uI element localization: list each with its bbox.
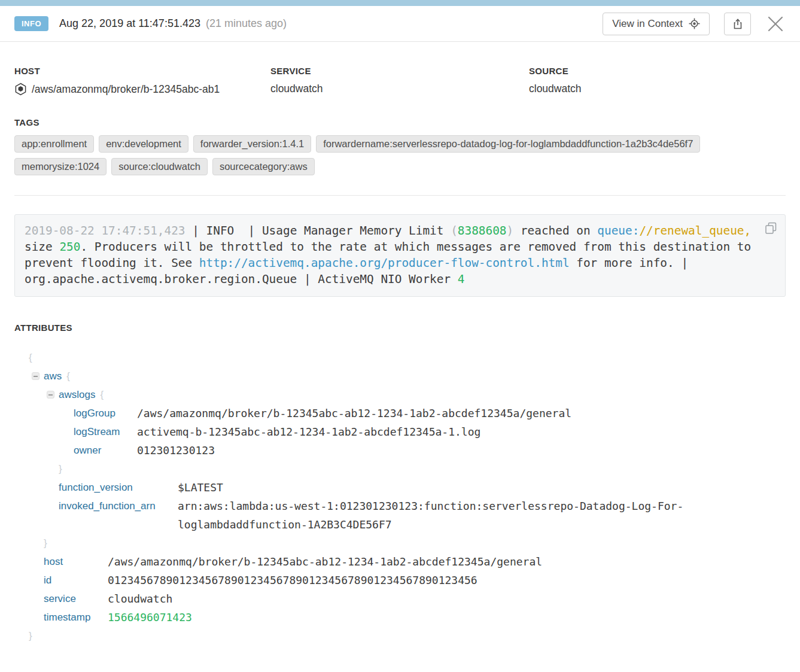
close-icon [766,15,784,33]
attribute-row: awslogs{ [14,385,786,404]
attribute-key[interactable]: owner [74,441,137,460]
service-section: SERVICE cloudwatch [270,66,529,96]
header-actions: View in Context [603,13,786,35]
tag-pill[interactable]: sourcecategory:aws [212,158,315,175]
attribute-row: { [14,348,786,367]
event-timestamp: Aug 22, 2019 at 11:47:51.423 [59,17,200,30]
tag-pill[interactable]: app:enrollment [14,135,94,153]
json-brace: } [59,460,62,478]
attributes-label: ATTRIBUTES [14,323,786,333]
attribute-key[interactable]: timestamp [44,608,108,627]
source-section: SOURCE cloudwatch [529,66,786,96]
attribute-row: } [14,534,786,552]
message-segment: 4 [458,272,465,286]
log-detail-body: HOST /aws/amazonmq/broker/b-12345abc-ab1… [0,66,800,645]
tags-section: TAGS app:enrollmentenv:developmentforwar… [14,117,786,175]
attribute-key[interactable]: invoked_function_arn [59,497,178,515]
json-brace: { [100,385,104,404]
relative-time: (21 minutes ago) [206,17,287,30]
copy-icon [764,221,778,235]
json-brace: } [29,627,32,645]
message-segment: ( [451,224,458,238]
top-accent-bar [0,0,800,6]
attributes-section: ATTRIBUTES {aws{awslogs{logGroup/aws/ama… [14,323,786,645]
attribute-value: 0123456789012345678901234567890123456789… [108,571,477,589]
attribute-row: } [14,627,786,645]
attribute-key[interactable]: logStream [74,422,137,441]
attribute-row: } [14,460,786,478]
attribute-key[interactable]: awslogs [59,385,95,404]
share-button[interactable] [724,13,751,35]
service-value: cloudwatch [270,83,323,95]
tag-pill[interactable]: forwarder_version:1.4.1 [193,135,311,153]
tags-list: app:enrollmentenv:developmentforwarder_v… [14,135,756,175]
attribute-row: id01234567890123456789012345678901234567… [14,571,786,589]
attribute-row: timestamp1566496071423 [14,608,786,627]
message-segment: 2019-08-22 17:47:51,423 [25,224,185,238]
tag-pill[interactable]: source:cloudwatch [111,158,208,175]
log-detail-header: INFO Aug 22, 2019 at 11:47:51.423 (21 mi… [0,6,800,42]
message-segment: 250 [59,240,80,254]
attribute-value: 1566496071423 [108,608,192,627]
message-segment: http://activemq.apache.org/producer-flow… [199,256,570,270]
section-divider [14,195,786,196]
message-segment: //renewal_queue, [639,224,751,238]
meta-row: HOST /aws/amazonmq/broker/b-12345abc-ab1… [14,66,786,96]
attribute-key[interactable]: host [44,552,108,571]
copy-button[interactable] [764,221,778,235]
host-section: HOST /aws/amazonmq/broker/b-12345abc-ab1 [14,66,270,96]
source-label: SOURCE [529,66,786,76]
message-segment: queue: [597,224,639,238]
tag-pill[interactable]: forwardername:serverlessrepo-datadog-log… [316,135,700,153]
source-value: cloudwatch [529,83,582,95]
status-badge: INFO [14,16,48,31]
attribute-row: logGroup/aws/amazonmq/broker/b-12345abc-… [14,404,786,422]
attribute-value: /aws/amazonmq/broker/b-12345abc-ab12-123… [137,404,571,422]
tag-pill[interactable]: memorysize:1024 [14,158,107,175]
host-value: /aws/amazonmq/broker/b-12345abc-ab1 [32,83,220,96]
attribute-value: 012301230123 [137,441,215,460]
tag-pill[interactable]: env:development [99,135,188,153]
message-segment: 8388608 [458,224,507,238]
attribute-key[interactable]: id [44,571,108,589]
tags-label: TAGS [14,117,786,127]
message-segment: | INFO | Usage Manager Memory Limit [185,224,451,238]
json-brace: { [29,348,32,367]
target-icon [689,18,700,29]
attribute-row: invoked_function_arnarn:aws:lambda:us-we… [14,497,786,534]
log-message-box: 2019-08-22 17:47:51,423 | INFO | Usage M… [14,214,786,297]
attribute-value: arn:aws:lambda:us-west-1:012301230123:fu… [178,497,692,534]
attribute-value: cloudwatch [108,589,172,608]
attribute-key[interactable]: service [44,589,108,608]
minus-box-icon[interactable] [47,391,54,399]
service-label: SERVICE [270,66,529,76]
attribute-row: servicecloudwatch [14,589,786,608]
attribute-row: function_version$LATEST [14,478,786,497]
message-segment: reached on [513,224,597,238]
attribute-key[interactable]: aws [44,367,62,385]
json-brace: } [44,534,47,552]
view-in-context-label: View in Context [612,18,683,30]
view-in-context-button[interactable]: View in Context [603,13,710,35]
minus-box-icon[interactable] [32,372,39,380]
attribute-row: owner012301230123 [14,441,786,460]
hexagon-icon [14,83,27,96]
log-message-text: 2019-08-22 17:47:51,423 | INFO | Usage M… [25,223,775,287]
host-label: HOST [14,66,270,76]
attribute-key[interactable]: logGroup [74,404,137,422]
json-brace: { [66,367,70,385]
attribute-key[interactable]: function_version [59,478,178,497]
attribute-row: host/aws/amazonmq/broker/b-12345abc-ab12… [14,552,786,571]
attributes-tree: {aws{awslogs{logGroup/aws/amazonmq/broke… [14,348,786,645]
message-segment: ) [507,224,514,238]
attribute-row: aws{ [14,367,786,385]
attribute-value: /aws/amazonmq/broker/b-12345abc-ab12-123… [108,552,542,571]
attribute-value: activemq-b-12345abc-ab12-1234-1ab2-abcde… [137,422,480,441]
attribute-value: $LATEST [178,478,223,497]
close-button[interactable] [765,14,786,34]
attribute-row: logStreamactivemq-b-12345abc-ab12-1234-1… [14,422,786,441]
export-icon [732,18,744,30]
